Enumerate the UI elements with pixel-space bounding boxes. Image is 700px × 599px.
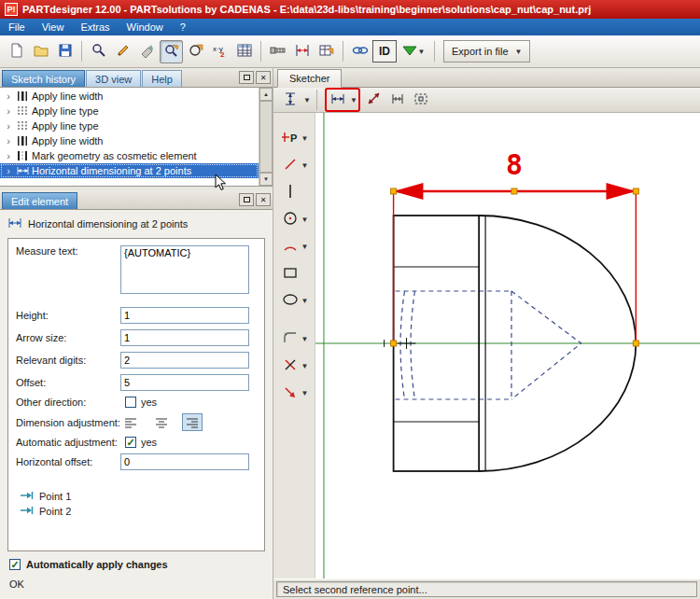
- panel-close-button[interactable]: ✕: [256, 193, 271, 206]
- tab-help[interactable]: Help: [142, 70, 182, 87]
- menu-window[interactable]: Window: [119, 20, 172, 35]
- tab-sketcher[interactable]: Sketcher: [277, 69, 342, 88]
- tree-item[interactable]: › Apply line width: [0, 133, 259, 148]
- relevant-digits-label: Relevant digits:: [16, 355, 120, 366]
- ellipse-tool-icon: [282, 293, 299, 308]
- arrow-size-input[interactable]: [120, 329, 249, 346]
- align-center-button[interactable]: [151, 413, 172, 431]
- eraser-button[interactable]: [135, 40, 159, 63]
- open-button[interactable]: [29, 40, 52, 63]
- chevron-down-icon[interactable]: ▼: [301, 134, 309, 143]
- measure-text-label: Measure text:: [16, 245, 120, 257]
- chevron-down-icon[interactable]: ▼: [301, 216, 309, 224]
- move-tool-icon: [283, 385, 298, 400]
- variables-button[interactable]: x·y2: [208, 40, 231, 63]
- panel-float-button[interactable]: [239, 193, 254, 206]
- arc-tool-button[interactable]: [280, 236, 301, 257]
- restore-icon: [244, 197, 250, 202]
- tree-scrollbar[interactable]: ▲ ▼: [259, 88, 273, 186]
- tree-item[interactable]: › Apply line type: [0, 118, 259, 133]
- automatic-adjustment-checkbox[interactable]: [125, 437, 136, 448]
- vertical-line-tool-button[interactable]: [280, 182, 301, 202]
- expander-icon[interactable]: ›: [4, 135, 13, 146]
- scroll-thumb[interactable]: [259, 101, 273, 173]
- table-button[interactable]: [232, 40, 256, 63]
- fillet-tool-button[interactable]: [280, 328, 301, 349]
- export-button[interactable]: Export in file ▼: [443, 40, 530, 63]
- chevron-down-icon[interactable]: ▼: [301, 243, 309, 251]
- other-direction-checkbox[interactable]: [125, 397, 136, 408]
- sketch-circle-button[interactable]: [184, 40, 207, 63]
- horizontal-dimension-tool-button[interactable]: [328, 90, 349, 110]
- expander-icon[interactable]: ›: [4, 150, 13, 161]
- apply-changes-checkbox[interactable]: [9, 559, 21, 570]
- measure-button[interactable]: [290, 40, 314, 63]
- chevron-down-icon[interactable]: ▼: [350, 96, 357, 104]
- vertical-dimension-tool-button[interactable]: [279, 90, 301, 110]
- ellipse-tool-button[interactable]: [280, 290, 301, 311]
- dimension-arrow-right: [606, 183, 636, 200]
- other-direction-label: Other direction:: [16, 397, 120, 408]
- id-button[interactable]: ID: [372, 40, 397, 63]
- horizontal-dimension-icon: [16, 165, 29, 176]
- menu-extras[interactable]: Extras: [72, 20, 118, 35]
- trim-tool-button[interactable]: [280, 355, 301, 376]
- panel-close-button[interactable]: ✕: [256, 71, 271, 84]
- tree-item-selected[interactable]: › Horizontal dimensioning at 2 points: [0, 163, 259, 178]
- zoom-button[interactable]: [87, 40, 110, 63]
- tree-item-label: Apply line width: [32, 135, 103, 146]
- align-right-button[interactable]: [182, 413, 203, 431]
- edit-button[interactable]: [111, 40, 134, 63]
- offset-input[interactable]: [120, 374, 249, 391]
- measure-text-input[interactable]: {AUTOMATIC}: [120, 245, 249, 294]
- point-tool-button[interactable]: P: [280, 128, 301, 148]
- tree-item[interactable]: › Mark geometry as cosmetic element: [0, 148, 259, 163]
- relevant-digits-input[interactable]: [120, 352, 249, 369]
- chevron-down-icon[interactable]: ▼: [301, 297, 309, 305]
- chevron-down-icon[interactable]: ▼: [301, 389, 309, 397]
- align-left-icon: [124, 417, 137, 428]
- rectangle-tool-button[interactable]: [280, 263, 301, 284]
- menu-file[interactable]: File: [0, 20, 34, 35]
- expander-icon[interactable]: ›: [4, 120, 13, 132]
- expander-icon[interactable]: ›: [4, 91, 13, 102]
- menu-help[interactable]: ?: [172, 20, 194, 35]
- expander-icon[interactable]: ›: [4, 165, 13, 176]
- sketch-edit-button[interactable]: [160, 40, 183, 63]
- tab-edit-element[interactable]: Edit element: [2, 192, 77, 209]
- tree-item[interactable]: › Apply line type: [0, 104, 259, 118]
- tree-item[interactable]: › Apply line width: [0, 89, 259, 104]
- new-document-button[interactable]: [5, 40, 28, 63]
- height-input[interactable]: [120, 307, 249, 324]
- line-tool-button[interactable]: [280, 155, 301, 175]
- point1-row[interactable]: Point 1: [20, 489, 257, 504]
- chevron-down-icon[interactable]: ▼: [301, 335, 309, 343]
- edit-header-title: Horizontal dimensioning at 2 points: [28, 218, 188, 230]
- link-button[interactable]: [348, 40, 371, 63]
- point2-row[interactable]: Point 2: [20, 504, 257, 519]
- dimension-8[interactable]: 8: [394, 148, 637, 343]
- box-dimension-tool-button[interactable]: [411, 90, 432, 110]
- fastener-button[interactable]: [266, 40, 289, 63]
- circle-tool-button[interactable]: [280, 209, 301, 230]
- grid-edit-button[interactable]: [315, 40, 338, 63]
- expander-icon[interactable]: ›: [4, 105, 13, 117]
- chevron-down-icon[interactable]: ▼: [301, 161, 309, 170]
- scroll-up-button[interactable]: ▲: [259, 88, 273, 101]
- panel-float-button[interactable]: [239, 71, 254, 84]
- tab-3d-view[interactable]: 3D view: [86, 70, 141, 87]
- sketch-canvas[interactable]: 8: [315, 113, 700, 578]
- menu-view[interactable]: View: [34, 20, 73, 35]
- vertical-line-icon: [284, 184, 297, 201]
- align-left-button[interactable]: [120, 413, 141, 431]
- horizontal-distance-tool-button[interactable]: [387, 90, 409, 110]
- chevron-down-icon[interactable]: ▼: [303, 96, 311, 104]
- horizontal-offset-input[interactable]: [120, 453, 249, 470]
- tab-sketch-history[interactable]: Sketch history: [2, 70, 85, 87]
- move-tool-button[interactable]: [280, 383, 301, 403]
- color-dropdown-button[interactable]: ▼: [398, 40, 429, 63]
- save-button[interactable]: [53, 40, 77, 63]
- chevron-down-icon[interactable]: ▼: [301, 362, 309, 370]
- diagonal-dimension-tool-button[interactable]: [364, 90, 385, 110]
- scroll-down-button[interactable]: ▼: [259, 173, 273, 186]
